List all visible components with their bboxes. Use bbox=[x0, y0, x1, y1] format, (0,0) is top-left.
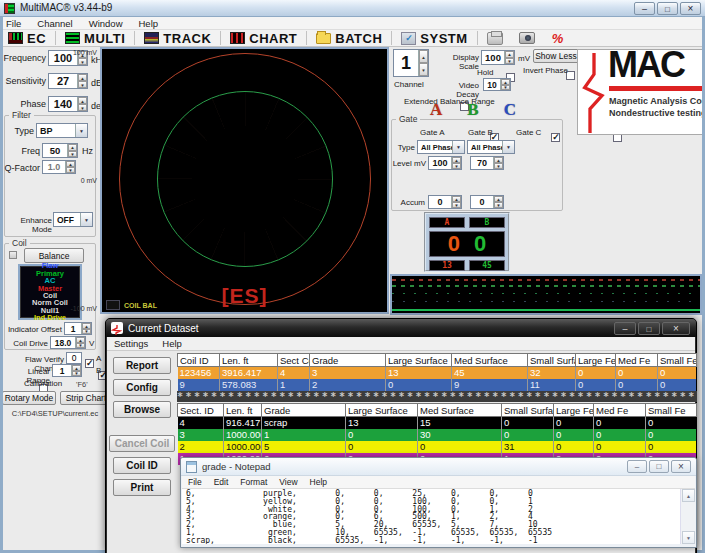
column-header[interactable]: Large Surface bbox=[346, 404, 418, 417]
show-less-button[interactable]: Show Less bbox=[533, 49, 579, 63]
config-button[interactable]: Config bbox=[113, 379, 171, 396]
notepad-titlebar[interactable]: grade - Notepad bbox=[181, 458, 696, 476]
dropdown-arrow-icon[interactable] bbox=[502, 141, 514, 153]
menu-item[interactable]: Edit bbox=[214, 477, 229, 487]
minimize-button[interactable] bbox=[634, 2, 655, 15]
snapshot-tool-button[interactable] bbox=[511, 30, 543, 47]
column-header[interactable]: Large Surface bbox=[386, 354, 452, 367]
column-header[interactable]: Med Surface bbox=[452, 354, 528, 367]
linear-range-input[interactable]: 1 bbox=[52, 364, 82, 377]
column-header[interactable]: Len. ft bbox=[220, 354, 278, 367]
gate-b-level-input[interactable]: 70 bbox=[470, 156, 504, 170]
coil-id-button[interactable]: Coil ID bbox=[113, 457, 171, 474]
column-header[interactable]: Small Fe bbox=[646, 404, 697, 417]
column-header[interactable]: Med Fe bbox=[594, 404, 646, 417]
column-header[interactable]: Len. ft bbox=[224, 404, 262, 417]
gate-b-type-dropdown[interactable]: All Phase bbox=[467, 140, 515, 154]
accum-b-input[interactable]: 0 bbox=[470, 195, 504, 209]
scroll-up-icon[interactable]: ▲ bbox=[682, 489, 695, 502]
menu-item[interactable]: Help bbox=[139, 18, 159, 29]
section-table-row[interactable]: 4 916.417 scrap 13 15 0 0 0 0 bbox=[178, 417, 697, 429]
gate-a-level-spinner[interactable] bbox=[451, 157, 461, 169]
strip-chart-display[interactable] bbox=[390, 274, 702, 315]
column-header[interactable]: Coil ID bbox=[178, 354, 220, 367]
display-scale-input[interactable]: 100 bbox=[481, 50, 515, 65]
coil-drive-input[interactable]: 18.0 bbox=[50, 336, 86, 349]
column-header[interactable]: Sect Count bbox=[278, 354, 310, 367]
q-factor-spinner[interactable] bbox=[65, 161, 75, 173]
coil-channel-item[interactable]: Ind Drive bbox=[20, 314, 80, 321]
coil-drive-spinner[interactable] bbox=[75, 337, 85, 348]
column-header[interactable]: Grade bbox=[262, 404, 346, 417]
grade-file-text[interactable]: 6, purple, 0, 0, 25, 0, 0, 0 5, yellow, … bbox=[182, 489, 680, 544]
maximize-button[interactable] bbox=[657, 2, 678, 15]
percent-tool-button[interactable] bbox=[543, 30, 573, 47]
phase-spinner[interactable] bbox=[77, 97, 87, 111]
filter-freq-input[interactable]: 50 bbox=[42, 143, 78, 158]
channel-selector[interactable]: 1 bbox=[393, 49, 429, 77]
ec-button[interactable]: EC bbox=[0, 30, 54, 47]
filter-freq-spinner[interactable] bbox=[67, 144, 77, 157]
notepad-minimize-button[interactable] bbox=[627, 460, 647, 473]
column-header[interactable]: Med Surface bbox=[418, 404, 502, 417]
report-button[interactable]: Report bbox=[113, 357, 171, 374]
q-factor-input[interactable]: 1.0 bbox=[42, 160, 76, 174]
dataset-minimize-button[interactable] bbox=[614, 322, 636, 335]
scroll-down-icon[interactable]: ▼ bbox=[682, 531, 695, 544]
coil-table-row[interactable]: 9 578.083 1 2 0 9 11 0 0 0 bbox=[178, 379, 697, 391]
section-table-row[interactable]: 3 1000.000 1 0 30 0 0 0 0 bbox=[178, 429, 697, 441]
gate-b-level-spinner[interactable] bbox=[493, 157, 503, 169]
notepad-maximize-button[interactable] bbox=[649, 460, 669, 473]
menu-item[interactable]: Window bbox=[89, 18, 123, 29]
display-scale-spinner[interactable] bbox=[504, 51, 514, 64]
print-tool-button[interactable] bbox=[479, 30, 511, 47]
browse-button[interactable]: Browse bbox=[113, 401, 171, 418]
column-header[interactable]: Grade bbox=[310, 354, 386, 367]
systm-button[interactable]: SYSTM bbox=[393, 30, 475, 47]
video-decay-spinner[interactable] bbox=[500, 79, 510, 90]
dropdown-arrow-icon[interactable] bbox=[75, 124, 87, 137]
menu-item[interactable]: File bbox=[6, 18, 21, 29]
column-header[interactable]: Large Fe bbox=[576, 354, 616, 367]
menu-item[interactable]: View bbox=[279, 477, 297, 487]
column-header[interactable]: Sect. ID bbox=[178, 404, 224, 417]
gate-a-level-input[interactable]: 100 bbox=[428, 156, 462, 170]
impedance-plane-display[interactable]: [ES] COIL BAL bbox=[100, 47, 389, 314]
gate-b-checkbox[interactable] bbox=[551, 133, 560, 142]
channel-a-checkbox[interactable] bbox=[85, 359, 94, 368]
main-titlebar[interactable]: MultiMAC® v3.44-b9 bbox=[0, 0, 705, 17]
gate-a-type-dropdown[interactable]: All Phase bbox=[417, 140, 465, 154]
dataset-maximize-button[interactable] bbox=[638, 322, 660, 335]
column-header[interactable]: Med Fe bbox=[616, 354, 658, 367]
menu-item[interactable]: Settings bbox=[114, 338, 148, 349]
indicator-offset-spinner[interactable] bbox=[81, 323, 91, 334]
channel-spinner[interactable] bbox=[418, 50, 428, 76]
coil-pin-icon[interactable] bbox=[9, 251, 17, 259]
menu-item[interactable]: File bbox=[188, 477, 202, 487]
notepad-scrollbar[interactable]: ▲ ▼ bbox=[680, 489, 695, 544]
column-header[interactable]: Large Fe bbox=[554, 404, 594, 417]
section-table-row[interactable]: 2 1000.000 5 0 0 31 0 0 0 bbox=[178, 441, 697, 453]
dataset-close-button[interactable] bbox=[662, 322, 690, 335]
indicator-offset-input[interactable]: 1 bbox=[64, 322, 92, 335]
phase-input[interactable]: 140 bbox=[48, 96, 88, 112]
column-header[interactable]: Small Fe bbox=[658, 354, 697, 367]
chart-button[interactable]: CHART bbox=[222, 30, 305, 47]
menu-item[interactable]: Format bbox=[240, 477, 267, 487]
menu-item[interactable]: Channel bbox=[37, 18, 72, 29]
menu-item[interactable]: Help bbox=[162, 338, 182, 349]
dataset-titlebar[interactable]: Current Dataset bbox=[106, 319, 696, 337]
enhance-mode-dropdown[interactable]: OFF bbox=[53, 212, 93, 227]
dropdown-arrow-icon[interactable] bbox=[80, 213, 92, 226]
flaw-verify-input[interactable]: 0 bbox=[66, 352, 82, 364]
multi-button[interactable]: MULTI bbox=[57, 30, 133, 47]
notepad-close-button[interactable] bbox=[671, 460, 691, 473]
linear-range-spinner[interactable] bbox=[71, 365, 81, 376]
dropdown-arrow-icon[interactable] bbox=[452, 141, 464, 153]
sensitivity-spinner[interactable] bbox=[77, 74, 87, 88]
track-button[interactable]: TRACK bbox=[136, 30, 219, 47]
coil-table-row[interactable]: 123456 3916.417 4 3 13 45 32 0 0 0 bbox=[178, 367, 697, 379]
close-button[interactable] bbox=[680, 2, 701, 15]
print-button[interactable]: Print bbox=[113, 479, 171, 496]
rotary-mode-button[interactable]: Rotary Mode bbox=[2, 391, 56, 405]
